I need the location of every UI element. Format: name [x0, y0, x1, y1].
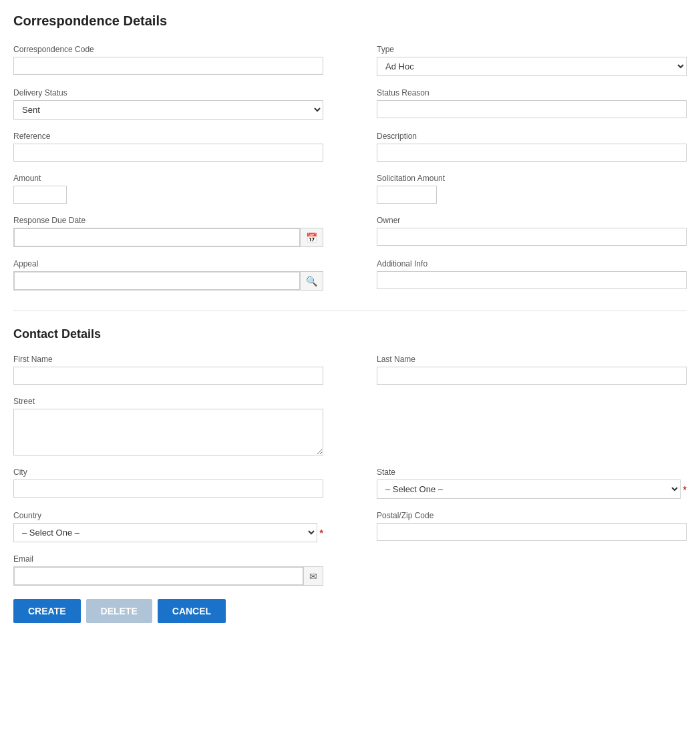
reference-field: Reference — [13, 132, 323, 162]
city-field: City — [13, 467, 323, 499]
amount-label: Amount — [13, 174, 323, 183]
correspondence-details-section: Correspondence Details Correspondence Co… — [13, 13, 687, 291]
correspondence-code-field: Correspondence Code — [13, 45, 323, 76]
solicitation-amount-field: Solicitation Amount — [377, 174, 687, 204]
state-label: State — [377, 467, 687, 477]
delete-button[interactable]: DELETE — [86, 599, 152, 623]
delivery-status-select[interactable]: Sent Pending Failed — [13, 100, 323, 120]
type-field: Type Ad Hoc Letter Email Phone — [377, 45, 687, 76]
street-input[interactable] — [13, 409, 323, 455]
postal-zip-input[interactable] — [377, 523, 687, 541]
description-label: Description — [377, 132, 687, 141]
additional-info-field: Additional Info — [377, 259, 687, 291]
owner-input[interactable] — [377, 228, 687, 246]
country-select[interactable]: – Select One – — [13, 523, 317, 542]
city-label: City — [13, 467, 323, 477]
solicitation-amount-input-wrapper — [377, 186, 437, 204]
reference-input[interactable] — [13, 144, 323, 162]
country-select-wrapper: – Select One – * — [13, 523, 323, 542]
state-required-indicator: * — [683, 484, 687, 495]
calendar-icon: 📅 — [306, 232, 317, 243]
cancel-button[interactable]: CANCEL — [158, 599, 226, 623]
correspondence-form-grid: Correspondence Code Type Ad Hoc Letter E… — [13, 45, 687, 291]
amount-input[interactable] — [13, 186, 67, 204]
country-label: Country — [13, 511, 323, 520]
delivery-status-field: Delivery Status Sent Pending Failed — [13, 88, 323, 120]
street-label: Street — [13, 397, 323, 406]
status-reason-label: Status Reason — [377, 88, 687, 98]
amount-input-wrapper — [13, 186, 67, 204]
email-icon: ✉ — [309, 571, 317, 582]
state-select[interactable]: – Select One – — [377, 480, 681, 499]
appeal-input-wrapper: 🔍 — [13, 271, 323, 291]
email-right-spacer — [377, 554, 687, 586]
email-field: Email ✉ — [13, 554, 323, 586]
solicitation-amount-input[interactable] — [377, 186, 437, 204]
email-input-wrapper: ✉ — [13, 566, 323, 586]
last-name-label: Last Name — [377, 355, 687, 364]
correspondence-code-input[interactable] — [13, 57, 323, 75]
amount-field: Amount — [13, 174, 323, 204]
last-name-input[interactable] — [377, 367, 687, 385]
search-icon: 🔍 — [306, 276, 317, 287]
appeal-field: Appeal 🔍 — [13, 259, 323, 291]
first-name-field: First Name — [13, 355, 323, 385]
email-icon-button[interactable]: ✉ — [303, 567, 323, 585]
state-field: State – Select One – * — [377, 467, 687, 499]
correspondence-details-title: Correspondence Details — [13, 13, 687, 29]
create-button[interactable]: CREATE — [13, 599, 81, 623]
street-field: Street — [13, 397, 323, 455]
contact-details-title: Contact Details — [13, 327, 687, 341]
appeal-input[interactable] — [14, 272, 300, 290]
contact-details-section: Contact Details First Name Last Name Str… — [13, 327, 687, 623]
type-select[interactable]: Ad Hoc Letter Email Phone — [377, 57, 687, 76]
description-field: Description — [377, 132, 687, 162]
status-reason-input[interactable] — [377, 100, 687, 118]
country-required-indicator: * — [320, 528, 323, 538]
last-name-field: Last Name — [377, 355, 687, 385]
first-name-label: First Name — [13, 355, 323, 364]
solicitation-amount-label: Solicitation Amount — [377, 174, 687, 183]
state-select-wrapper: – Select One – * — [377, 480, 687, 499]
description-input[interactable] — [377, 144, 687, 162]
postal-zip-label: Postal/Zip Code — [377, 511, 687, 520]
response-due-date-field: Response Due Date 📅 — [13, 216, 323, 247]
search-icon-button[interactable]: 🔍 — [300, 272, 323, 290]
type-label: Type — [377, 45, 687, 54]
postal-zip-field: Postal/Zip Code — [377, 511, 687, 542]
section-divider — [13, 311, 687, 311]
additional-info-label: Additional Info — [377, 259, 687, 268]
email-label: Email — [13, 554, 323, 564]
response-due-date-input-wrapper: 📅 — [13, 228, 323, 247]
country-field: Country – Select One – * — [13, 511, 323, 542]
contact-form-grid: First Name Last Name Street City State –… — [13, 355, 687, 586]
street-right-spacer — [377, 397, 687, 455]
reference-label: Reference — [13, 132, 323, 141]
status-reason-field: Status Reason — [377, 88, 687, 120]
correspondence-code-label: Correspondence Code — [13, 45, 323, 54]
action-buttons-row: CREATE DELETE CANCEL — [13, 599, 687, 623]
first-name-input[interactable] — [13, 367, 323, 385]
email-input[interactable] — [14, 567, 303, 585]
owner-label: Owner — [377, 216, 687, 225]
delivery-status-label: Delivery Status — [13, 88, 323, 98]
calendar-icon-button[interactable]: 📅 — [300, 228, 323, 246]
city-input[interactable] — [13, 480, 323, 498]
response-due-date-label: Response Due Date — [13, 216, 323, 225]
appeal-label: Appeal — [13, 259, 323, 268]
additional-info-input[interactable] — [377, 271, 687, 289]
owner-field: Owner — [377, 216, 687, 247]
response-due-date-input[interactable] — [14, 228, 300, 246]
